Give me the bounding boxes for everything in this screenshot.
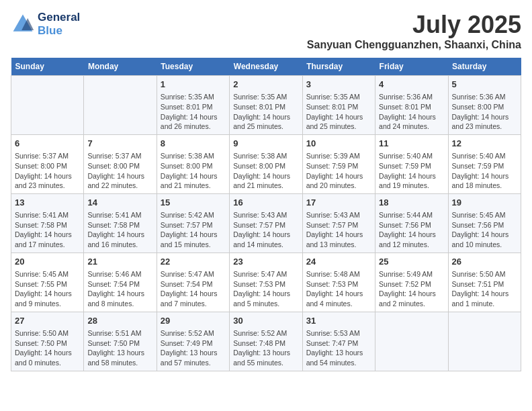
date-number: 7 [87, 138, 152, 150]
date-number: 18 [379, 197, 444, 209]
date-number: 11 [379, 138, 444, 150]
title-area: July 2025 Sanyuan Chengguanzhen, Shaanxi… [307, 11, 521, 51]
calendar-cell: 7Sunrise: 5:37 AMSunset: 8:00 PMDaylight… [84, 134, 157, 193]
date-number: 2 [233, 79, 298, 91]
cell-content: Sunrise: 5:41 AMSunset: 7:58 PMDaylight:… [15, 210, 80, 250]
calendar-cell: 24Sunrise: 5:48 AMSunset: 7:53 PMDayligh… [302, 253, 375, 312]
calendar-cell: 31Sunrise: 5:53 AMSunset: 7:47 PMDayligh… [302, 312, 375, 371]
day-header-thursday: Thursday [302, 58, 375, 76]
calendar-cell [84, 76, 157, 135]
date-number: 1 [161, 79, 226, 91]
cell-content: Sunrise: 5:51 AMSunset: 7:50 PMDaylight:… [87, 328, 152, 368]
day-header-tuesday: Tuesday [157, 58, 229, 76]
date-number: 15 [161, 197, 226, 209]
calendar-cell: 8Sunrise: 5:38 AMSunset: 8:00 PMDaylight… [157, 134, 229, 193]
cell-content: Sunrise: 5:43 AMSunset: 7:57 PMDaylight:… [306, 210, 371, 250]
logo: General Blue [11, 11, 80, 38]
cell-content: Sunrise: 5:53 AMSunset: 7:47 PMDaylight:… [306, 328, 371, 368]
calendar-cell: 30Sunrise: 5:52 AMSunset: 7:48 PMDayligh… [230, 312, 302, 371]
cell-content: Sunrise: 5:45 AMSunset: 7:56 PMDaylight:… [452, 210, 517, 250]
calendar-cell: 4Sunrise: 5:36 AMSunset: 8:01 PMDaylight… [375, 76, 448, 135]
calendar-cell: 1Sunrise: 5:35 AMSunset: 8:01 PMDaylight… [157, 76, 229, 135]
day-header-monday: Monday [84, 58, 157, 76]
day-header-sunday: Sunday [11, 58, 84, 76]
calendar-cell: 19Sunrise: 5:45 AMSunset: 7:56 PMDayligh… [448, 193, 521, 253]
cell-content: Sunrise: 5:42 AMSunset: 7:57 PMDaylight:… [161, 210, 226, 250]
calendar-cell: 12Sunrise: 5:40 AMSunset: 7:59 PMDayligh… [448, 134, 521, 193]
date-number: 10 [306, 138, 371, 150]
cell-content: Sunrise: 5:38 AMSunset: 8:00 PMDaylight:… [233, 151, 298, 191]
cell-content: Sunrise: 5:52 AMSunset: 7:48 PMDaylight:… [233, 328, 298, 368]
calendar-cell: 25Sunrise: 5:49 AMSunset: 7:52 PMDayligh… [375, 253, 448, 312]
date-number: 17 [306, 197, 371, 209]
cell-content: Sunrise: 5:40 AMSunset: 7:59 PMDaylight:… [452, 151, 517, 191]
week-row-5: 27Sunrise: 5:50 AMSunset: 7:50 PMDayligh… [11, 312, 521, 371]
cell-content: Sunrise: 5:45 AMSunset: 7:55 PMDaylight:… [15, 269, 80, 309]
date-number: 24 [306, 256, 371, 268]
calendar-cell: 3Sunrise: 5:35 AMSunset: 8:01 PMDaylight… [302, 76, 375, 135]
calendar-cell: 13Sunrise: 5:41 AMSunset: 7:58 PMDayligh… [11, 193, 84, 253]
calendar-cell [11, 76, 84, 135]
header: General Blue July 2025 Sanyuan Chengguan… [11, 11, 521, 51]
week-row-2: 6Sunrise: 5:37 AMSunset: 8:00 PMDaylight… [11, 134, 521, 193]
date-number: 16 [233, 197, 298, 209]
logo-icon [11, 12, 35, 36]
calendar-cell: 9Sunrise: 5:38 AMSunset: 8:00 PMDaylight… [230, 134, 302, 193]
week-row-1: 1Sunrise: 5:35 AMSunset: 8:01 PMDaylight… [11, 76, 521, 135]
day-header-friday: Friday [375, 58, 448, 76]
date-number: 13 [15, 197, 80, 209]
calendar-cell: 2Sunrise: 5:35 AMSunset: 8:01 PMDaylight… [230, 76, 302, 135]
date-number: 21 [87, 256, 152, 268]
cell-content: Sunrise: 5:37 AMSunset: 8:00 PMDaylight:… [15, 151, 80, 191]
cell-content: Sunrise: 5:39 AMSunset: 7:59 PMDaylight:… [306, 151, 371, 191]
cell-content: Sunrise: 5:52 AMSunset: 7:49 PMDaylight:… [161, 328, 226, 368]
calendar-cell: 17Sunrise: 5:43 AMSunset: 7:57 PMDayligh… [302, 193, 375, 253]
sub-title: Sanyuan Chengguanzhen, Shaanxi, China [307, 39, 521, 51]
week-row-4: 20Sunrise: 5:45 AMSunset: 7:55 PMDayligh… [11, 253, 521, 312]
date-number: 23 [233, 256, 298, 268]
cell-content: Sunrise: 5:35 AMSunset: 8:01 PMDaylight:… [161, 92, 226, 132]
calendar-cell: 22Sunrise: 5:47 AMSunset: 7:54 PMDayligh… [157, 253, 229, 312]
calendar-cell: 27Sunrise: 5:50 AMSunset: 7:50 PMDayligh… [11, 312, 84, 371]
cell-content: Sunrise: 5:47 AMSunset: 7:54 PMDaylight:… [161, 269, 226, 309]
date-number: 26 [452, 256, 517, 268]
cell-content: Sunrise: 5:43 AMSunset: 7:57 PMDaylight:… [233, 210, 298, 250]
cell-content: Sunrise: 5:40 AMSunset: 7:59 PMDaylight:… [379, 151, 444, 191]
main-title: July 2025 [307, 11, 521, 39]
calendar-cell: 28Sunrise: 5:51 AMSunset: 7:50 PMDayligh… [84, 312, 157, 371]
cell-content: Sunrise: 5:37 AMSunset: 8:00 PMDaylight:… [87, 151, 152, 191]
day-header-wednesday: Wednesday [230, 58, 302, 76]
date-number: 5 [452, 79, 517, 91]
calendar-cell: 11Sunrise: 5:40 AMSunset: 7:59 PMDayligh… [375, 134, 448, 193]
cell-content: Sunrise: 5:35 AMSunset: 8:01 PMDaylight:… [233, 92, 298, 132]
date-number: 4 [379, 79, 444, 91]
date-number: 8 [161, 138, 226, 150]
calendar-cell [375, 312, 448, 371]
calendar-cell: 15Sunrise: 5:42 AMSunset: 7:57 PMDayligh… [157, 193, 229, 253]
calendar-cell: 5Sunrise: 5:36 AMSunset: 8:00 PMDaylight… [448, 76, 521, 135]
week-row-3: 13Sunrise: 5:41 AMSunset: 7:58 PMDayligh… [11, 193, 521, 253]
calendar-cell: 6Sunrise: 5:37 AMSunset: 8:00 PMDaylight… [11, 134, 84, 193]
cell-content: Sunrise: 5:36 AMSunset: 8:01 PMDaylight:… [379, 92, 444, 132]
calendar-cell: 29Sunrise: 5:52 AMSunset: 7:49 PMDayligh… [157, 312, 229, 371]
cell-content: Sunrise: 5:41 AMSunset: 7:58 PMDaylight:… [87, 210, 152, 250]
date-number: 9 [233, 138, 298, 150]
date-number: 27 [15, 315, 80, 327]
calendar-cell: 10Sunrise: 5:39 AMSunset: 7:59 PMDayligh… [302, 134, 375, 193]
calendar-cell: 21Sunrise: 5:46 AMSunset: 7:54 PMDayligh… [84, 253, 157, 312]
cell-content: Sunrise: 5:50 AMSunset: 7:50 PMDaylight:… [15, 328, 80, 368]
date-number: 29 [161, 315, 226, 327]
cell-content: Sunrise: 5:38 AMSunset: 8:00 PMDaylight:… [161, 151, 226, 191]
calendar-table: SundayMondayTuesdayWednesdayThursdayFrid… [11, 58, 521, 371]
cell-content: Sunrise: 5:36 AMSunset: 8:00 PMDaylight:… [452, 92, 517, 132]
calendar-cell: 18Sunrise: 5:44 AMSunset: 7:56 PMDayligh… [375, 193, 448, 253]
day-header-saturday: Saturday [448, 58, 521, 76]
cell-content: Sunrise: 5:48 AMSunset: 7:53 PMDaylight:… [306, 269, 371, 309]
logo-text-line2: Blue [38, 24, 80, 38]
calendar-cell: 26Sunrise: 5:50 AMSunset: 7:51 PMDayligh… [448, 253, 521, 312]
cell-content: Sunrise: 5:46 AMSunset: 7:54 PMDaylight:… [87, 269, 152, 309]
calendar-cell: 14Sunrise: 5:41 AMSunset: 7:58 PMDayligh… [84, 193, 157, 253]
date-number: 30 [233, 315, 298, 327]
date-number: 28 [87, 315, 152, 327]
date-number: 6 [15, 138, 80, 150]
